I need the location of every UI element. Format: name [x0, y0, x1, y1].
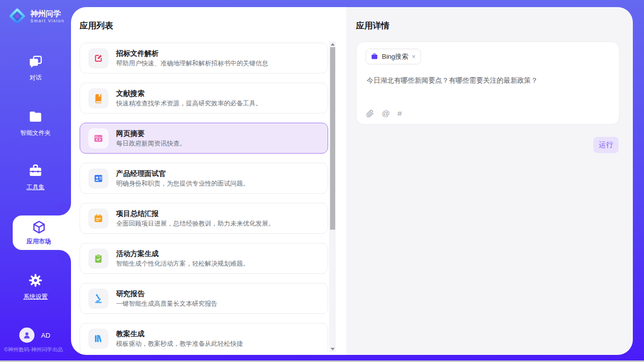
- app-icon-box: [88, 128, 109, 149]
- app-window: 神州问学 Smart Vision 对话 智能文件夹: [0, 0, 644, 362]
- query-text-input[interactable]: 今日湖北有哪些新闻要点？有哪些需要关注的最新政策？: [367, 76, 609, 85]
- book-icon: [93, 93, 103, 103]
- briefcase-icon: [371, 53, 378, 60]
- app-desc: 智能生成个性化活动方案，轻松解决规划难题。: [116, 260, 249, 268]
- app-icon-box: [88, 168, 109, 189]
- scroll-up-arrow-icon[interactable]: [331, 43, 335, 46]
- app-desc: 一键智能生成高质量长文本研究报告: [116, 300, 218, 308]
- app-list-title: 应用列表: [80, 20, 113, 31]
- user-initials: AD: [41, 332, 50, 339]
- app-detail-panel: 应用详情 Bing搜索 × 今日湖北有哪些新闻要点？有哪些需要关注的最新政策？: [346, 7, 633, 355]
- copyright-footer: ©神州数码·神州问学出品: [4, 346, 63, 353]
- clipboard-check-icon: [93, 254, 103, 264]
- app-card-lesson-plan[interactable]: 教案生成 模板驱动，教案秒成，教学准备从此轻松快捷: [80, 323, 328, 351]
- sidebar-item-app-market[interactable]: 应用市场: [13, 215, 71, 250]
- app-icon-box: [88, 329, 109, 349]
- chat-icon: [28, 54, 43, 69]
- sidebar-item-toolset[interactable]: 工具集: [0, 163, 71, 192]
- query-composer: Bing搜索 × 今日湖北有哪些新闻要点？有哪些需要关注的最新政策？ @ #: [356, 42, 620, 125]
- app-title: 网页摘要: [116, 129, 186, 137]
- active-tab-curve-top: [59, 203, 71, 215]
- sidebar-item-settings[interactable]: 系统设置: [0, 273, 71, 301]
- avatar: [19, 328, 34, 343]
- hash-icon[interactable]: #: [398, 110, 402, 118]
- user-account[interactable]: AD: [19, 328, 50, 343]
- brand-name: 神州问学: [30, 9, 64, 18]
- app-card-bid-analysis[interactable]: 招标文件解析 帮助用户快速、准确地理解和解析招标书中的关键信息: [80, 43, 328, 74]
- browser-code-icon: [93, 133, 103, 143]
- app-card-event-plan[interactable]: 活动方案生成 智能生成个性化活动方案，轻松解决规划难题。: [80, 243, 328, 274]
- at-icon[interactable]: @: [382, 110, 390, 118]
- composer-toolbar: @ #: [366, 109, 402, 118]
- sidebar-item-label: 智能文件夹: [20, 129, 51, 137]
- app-icon-box: [88, 288, 109, 309]
- app-title: 招标文件解析: [116, 49, 268, 57]
- sidebar-item-label: 应用市场: [27, 237, 51, 246]
- books-icon: [93, 334, 103, 344]
- app-card-project-summary[interactable]: 项目总结汇报 全面回顾项目进展，总结经验教训，助力未来优化发展。: [80, 203, 328, 234]
- paperclip-icon[interactable]: [366, 109, 374, 118]
- app-desc: 每日政府新闻资讯快查。: [116, 140, 186, 148]
- app-icon-box: [88, 248, 109, 269]
- sidebar-item-chat[interactable]: 对话: [0, 54, 71, 82]
- app-desc: 明确身份和职责，为您提供专业性的面试问题。: [116, 180, 249, 188]
- scrollbar-thumb[interactable]: [330, 47, 335, 230]
- brand-logo: 神州问学 Smart Vision: [8, 7, 64, 26]
- app-desc: 快速精准查找学术资源，提高研究效率的必备工具。: [116, 100, 262, 107]
- folder-icon: [28, 109, 43, 124]
- close-icon[interactable]: ×: [412, 53, 416, 60]
- app-icon-box: [88, 48, 109, 68]
- scroll-down-arrow-icon[interactable]: [331, 348, 335, 350]
- app-desc: 帮助用户快速、准确地理解和解析招标书中的关键信息: [116, 60, 268, 67]
- app-desc: 模板驱动，教案秒成，教学准备从此轻松快捷: [116, 340, 243, 348]
- app-desc: 全面回顾项目进展，总结经验教训，助力未来优化发展。: [116, 220, 275, 228]
- calendar-icon: [93, 213, 103, 224]
- app-title: 研究报告: [116, 289, 218, 298]
- app-icon-box: [88, 208, 109, 229]
- app-title: 产品经理面试官: [116, 169, 249, 177]
- cube-icon: [31, 220, 47, 235]
- app-title: 文献搜索: [116, 89, 262, 97]
- brand-tagline: Smart Vision: [30, 18, 64, 23]
- sidebar: 神州问学 Smart Vision 对话 智能文件夹: [0, 0, 71, 362]
- app-card-research-report[interactable]: 研究报告 一键智能生成高质量长文本研究报告: [80, 283, 328, 314]
- app-detail-title: 应用详情: [356, 20, 389, 31]
- app-icon-box: [88, 88, 109, 108]
- diamond-logo-icon: [8, 7, 27, 26]
- person-card-icon: [93, 173, 103, 184]
- sidebar-item-label: 系统设置: [23, 293, 48, 301]
- app-title: 项目总结汇报: [116, 209, 275, 218]
- edit-icon: [93, 53, 103, 63]
- app-card-web-summary[interactable]: 网页摘要 每日政府新闻资讯快查。: [80, 123, 328, 154]
- app-list-panel: 应用列表 招标文件解析 帮助用户快速、准确地理解和解析招标书中的关键信息: [71, 7, 346, 355]
- sidebar-item-label: 对话: [29, 74, 42, 82]
- toolbox-icon: [28, 163, 43, 178]
- app-list: 招标文件解析 帮助用户快速、准确地理解和解析招标书中的关键信息 文献搜索 快速精…: [71, 42, 346, 351]
- tool-tag-bing-search[interactable]: Bing搜索 ×: [366, 49, 421, 64]
- app-card-pm-interviewer[interactable]: 产品经理面试官 明确身份和职责，为您提供专业性的面试问题。: [80, 163, 328, 194]
- active-tab-curve-bottom: [59, 250, 71, 262]
- app-title: 教案生成: [116, 330, 243, 338]
- tool-tag-label: Bing搜索: [382, 52, 408, 61]
- microscope-icon: [93, 294, 103, 304]
- app-list-scrollbar[interactable]: [329, 42, 336, 352]
- app-title: 活动方案生成: [116, 249, 249, 258]
- run-button[interactable]: 运行: [593, 137, 619, 153]
- sidebar-item-smart-folder[interactable]: 智能文件夹: [0, 109, 71, 137]
- sidebar-item-label: 工具集: [26, 183, 45, 192]
- app-card-literature-search[interactable]: 文献搜索 快速精准查找学术资源，提高研究效率的必备工具。: [80, 83, 328, 114]
- gear-icon: [28, 273, 43, 288]
